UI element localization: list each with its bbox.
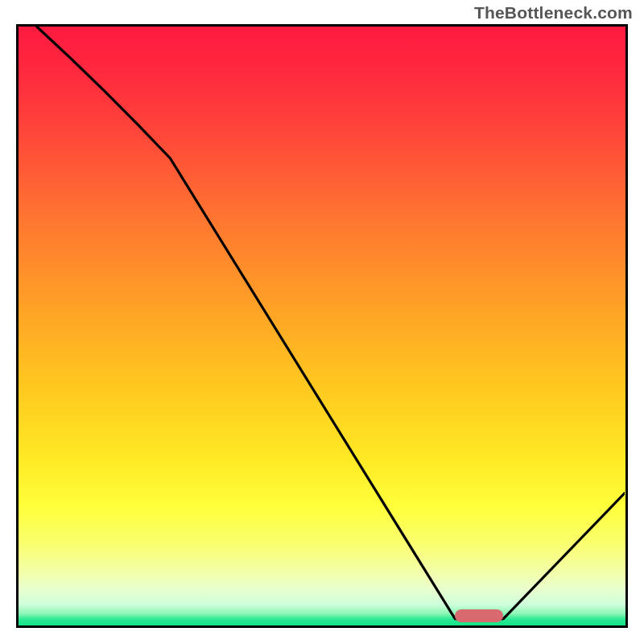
bottleneck-curve-path	[37, 27, 625, 621]
attribution-label: TheBottleneck.com	[474, 3, 633, 23]
chart-root: TheBottleneck.com	[0, 0, 644, 644]
curve-svg	[19, 27, 625, 625]
plot-area	[16, 24, 628, 628]
optimal-range-marker	[455, 609, 503, 622]
